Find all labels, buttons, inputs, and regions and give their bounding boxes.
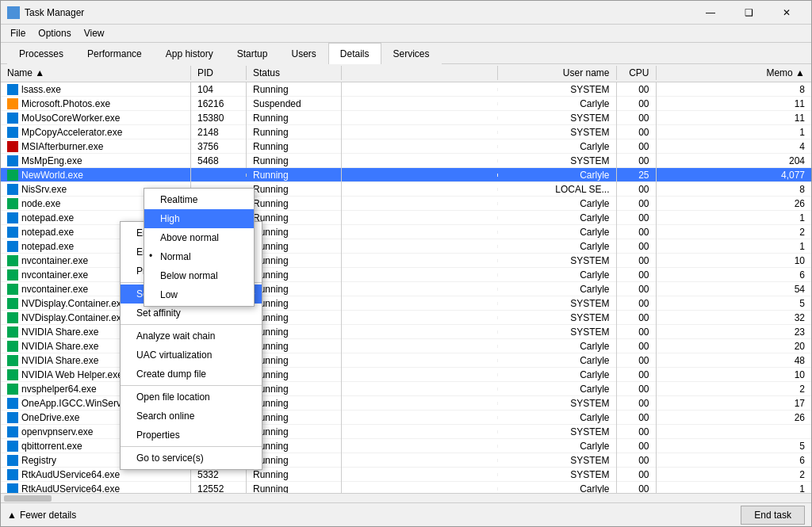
menu-view[interactable]: View: [78, 25, 111, 42]
proc-mem: 1: [657, 482, 812, 494]
col-header-cpu[interactable]: CPU: [617, 66, 657, 80]
proc-username: Carlyle: [498, 339, 617, 353]
proc-extra: [342, 487, 498, 491]
proc-icon: [7, 355, 18, 366]
proc-username: Carlyle: [498, 211, 617, 225]
proc-username: Carlyle: [498, 197, 617, 211]
proc-username: SYSTEM: [498, 396, 617, 411]
proc-icon: [7, 312, 18, 323]
table-row[interactable]: MoUsoCoreWorker.exe 15380 Running SYSTEM…: [1, 111, 811, 125]
proc-username: Carlyle: [498, 139, 617, 154]
proc-username: Carlyle: [498, 368, 617, 382]
horizontal-scrollbar[interactable]: [1, 493, 811, 502]
proc-icon: [7, 127, 18, 138]
minimize-button[interactable]: —: [692, 1, 729, 25]
proc-icon: [7, 412, 18, 423]
proc-extra: [342, 273, 498, 277]
ctx-properties[interactable]: Properties: [121, 426, 262, 445]
maximize-button[interactable]: ❑: [730, 1, 767, 25]
menu-bar: File Options View: [1, 25, 811, 43]
submenu-realtime[interactable]: Realtime: [144, 190, 254, 209]
task-manager-window: Task Manager — ❑ ✕ File Options View Pro…: [0, 0, 812, 527]
proc-extra: [342, 159, 498, 162]
proc-extra: [342, 473, 498, 476]
menu-file[interactable]: File: [4, 25, 32, 42]
proc-mem: 4,077: [657, 168, 812, 182]
ctx-search-online[interactable]: Search online: [121, 407, 262, 426]
proc-cpu: 00: [617, 325, 657, 339]
tab-startup[interactable]: Startup: [225, 43, 280, 64]
proc-extra: [342, 88, 498, 91]
tab-processes[interactable]: Processes: [7, 43, 75, 64]
proc-username: SYSTEM: [498, 254, 617, 268]
ctx-create-dump-file[interactable]: Create dump file: [121, 365, 262, 384]
proc-name: RtkAudUService64.exe: [21, 469, 120, 480]
ctx-go-to-services[interactable]: Go to service(s): [121, 449, 262, 468]
table-row[interactable]: MpCopyAccelerator.exe 2148 Running SYSTE…: [1, 125, 811, 139]
table-row[interactable]: node.exe Running Carlyle 00 26: [1, 197, 811, 211]
proc-cpu: 00: [617, 282, 657, 296]
close-button[interactable]: ✕: [768, 1, 805, 25]
proc-extra: [342, 345, 498, 348]
end-task-button[interactable]: End task: [741, 506, 805, 525]
proc-username: SYSTEM: [498, 468, 617, 482]
proc-username: SYSTEM: [498, 453, 617, 468]
proc-icon: [7, 441, 18, 452]
proc-mem: 1: [657, 211, 812, 225]
proc-cpu: 00: [617, 453, 657, 468]
col-header-pid[interactable]: PID: [191, 66, 247, 80]
proc-username: SYSTEM: [498, 325, 617, 339]
proc-icon: [7, 398, 18, 409]
proc-icon: [7, 212, 18, 223]
proc-name: NVIDIA Share.exe: [21, 327, 98, 338]
table-row[interactable]: lsass.exe 104 Running SYSTEM 00 8: [1, 82, 811, 97]
proc-username: Carlyle: [498, 168, 617, 182]
proc-status: Running: [247, 82, 342, 97]
proc-icon: [7, 227, 18, 238]
tab-details[interactable]: Details: [328, 43, 381, 64]
proc-name: NVDisplay.Container.exe: [21, 298, 127, 309]
proc-pid: 104: [191, 82, 247, 97]
proc-name: MSIAfterburner.exe: [21, 141, 103, 152]
ctx-open-file-location[interactable]: Open file location: [121, 388, 262, 407]
tab-app-history[interactable]: App history: [154, 43, 225, 64]
proc-mem: 54: [657, 282, 812, 296]
proc-cpu: 00: [617, 225, 657, 239]
table-row[interactable]: Microsoft.Photos.exe 16216 Suspended Car…: [1, 97, 811, 111]
submenu-normal[interactable]: Normal: [144, 247, 254, 266]
tab-services[interactable]: Services: [381, 43, 442, 64]
col-header-mem[interactable]: Memo ▲: [657, 66, 812, 80]
table-row[interactable]: RtkAudUService64.exe 12552 Running Carly…: [1, 482, 811, 493]
menu-options[interactable]: Options: [32, 25, 77, 42]
submenu-above-normal[interactable]: Above normal: [144, 228, 254, 247]
tab-users[interactable]: Users: [279, 43, 327, 64]
proc-cpu: 00: [617, 97, 657, 111]
ctx-uac-virtualization[interactable]: UAC virtualization: [121, 346, 262, 365]
ctx-analyze-wait-chain[interactable]: Analyze wait chain: [121, 327, 262, 346]
proc-status: Running: [247, 482, 342, 494]
fewer-details-button[interactable]: ▲ Fewer details: [7, 510, 76, 521]
proc-username: SYSTEM: [498, 111, 617, 125]
proc-icon: [7, 369, 18, 380]
proc-username: Carlyle: [498, 382, 617, 396]
proc-status: Running: [247, 182, 342, 197]
col-header-name[interactable]: Name ▲: [1, 66, 191, 80]
scrollbar-thumb[interactable]: [4, 495, 52, 502]
col-header-username[interactable]: User name: [498, 66, 617, 80]
proc-name-cell: lsass.exe: [1, 82, 191, 97]
proc-name: NVIDIA Share.exe: [21, 341, 98, 352]
proc-icon: [7, 341, 18, 352]
tab-performance[interactable]: Performance: [75, 43, 154, 64]
col-header-status[interactable]: Status: [247, 66, 342, 80]
table-row[interactable]: NewWorld.exe Running Carlyle 25 4,077: [1, 168, 811, 182]
proc-cpu: 00: [617, 411, 657, 425]
submenu-high[interactable]: High: [144, 209, 254, 228]
table-row[interactable]: NisSrv.exe Running LOCAL SE... 00 8: [1, 182, 811, 197]
proc-cpu: 00: [617, 296, 657, 311]
table-row[interactable]: MSIAfterburner.exe 3756 Running Carlyle …: [1, 139, 811, 154]
proc-mem: 10: [657, 368, 812, 382]
submenu-below-normal[interactable]: Below normal: [144, 266, 254, 285]
proc-username: Carlyle: [498, 268, 617, 282]
table-row[interactable]: MsMpEng.exe 5468 Running SYSTEM 00 204: [1, 154, 811, 168]
submenu-low[interactable]: Low: [144, 285, 254, 304]
